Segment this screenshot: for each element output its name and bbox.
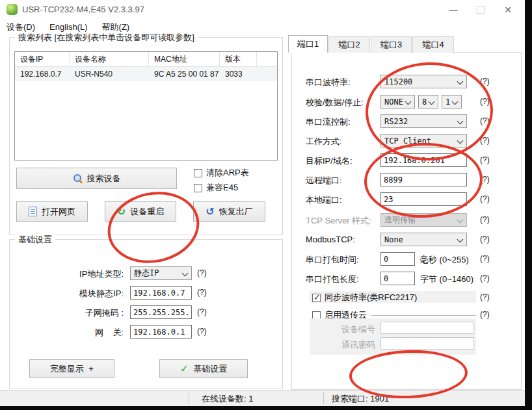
baud-rate-label: 串口波特率: [306,77,351,88]
work-mode-label: 工作方式: [306,136,342,147]
basic-settings-apply-button[interactable]: 基础设置 [159,359,248,378]
device-table-row[interactable]: 192.168.0.7 USR-N540 9C A5 25 00 01 87 3… [15,67,277,81]
device-table: 设备IP 设备名称 MAC地址 版本 192.168.0.7 USR-N540 … [14,51,278,160]
ip-type-value: 静态IP [134,268,159,279]
search-device-label: 搜索设备 [87,173,121,185]
menu-help[interactable]: 帮助(Z) [102,21,130,33]
chevron-down-icon [182,270,189,277]
tab-port1[interactable]: 端口1 [288,35,328,53]
work-mode-help[interactable]: (?) [480,136,490,145]
basic-settings-apply-label: 基础设置 [193,363,227,375]
ip-type-select[interactable]: 静态IP [130,266,192,280]
static-ip-help[interactable]: (?) [197,288,207,297]
dest-ip-label: 目标IP/域名: [306,155,352,167]
gateway-help[interactable]: (?) [197,327,207,336]
gateway-label: 网 关: [16,327,124,339]
cloud-settings-box: 设备编号 通讯密码 [310,318,476,355]
modbus-tcp-help[interactable]: (?) [480,235,490,244]
local-port-label: 本地端口: [306,194,342,206]
cloud-device-id-field[interactable] [380,322,474,334]
maximize-button[interactable] [470,0,492,19]
chevron-down-icon [429,99,435,105]
local-port-field[interactable] [380,192,467,206]
work-mode-value: TCP Client [384,136,431,146]
subnet-mask-label: 子网掩码 : [16,307,124,319]
cell-mac-address: 9C A5 25 00 01 87 [149,67,220,81]
cell-device-name: USR-N540 [70,67,149,81]
app-icon [7,4,18,15]
sync-baud-checkbox-box [312,294,321,302]
menu-english[interactable]: English(L) [49,22,88,32]
dest-ip-help[interactable]: (?) [480,155,490,164]
remote-port-field[interactable] [380,173,467,186]
pack-length-unit: 字节 (0~1460) [420,274,473,285]
flow-control-select[interactable]: RS232 [380,114,467,128]
restart-device-button[interactable]: 设备重启 [105,201,176,222]
data-bits-select[interactable]: 8 [418,95,438,109]
modbus-tcp-label: ModbusTCP: [306,235,355,244]
tcp-server-style-value: 透明传输 [384,214,416,225]
baud-rate-help[interactable]: (?) [480,77,490,86]
pack-time-field[interactable] [380,252,415,266]
col-device-ip: 设备IP [15,52,70,66]
tcp-server-style-select: 透明传输 [380,213,467,227]
parity-select[interactable]: NONE [380,95,415,109]
close-button[interactable]: ✕ [497,0,519,19]
tcp-server-style-help[interactable]: (?) [480,215,490,224]
cloud-password-field[interactable] [380,337,474,350]
search-icon [73,173,83,183]
factory-reset-button[interactable]: 恢复出厂 [193,201,265,222]
pack-length-field[interactable] [380,272,415,285]
gateway-field[interactable] [130,325,192,339]
flow-control-help[interactable]: (?) [480,116,490,125]
open-webpage-button[interactable]: 打开网页 [16,201,88,222]
full-display-button[interactable]: 完整显示 + [29,359,114,378]
tcp-server-style-label: TCP Server 样式: [306,215,371,227]
check-icon [180,364,189,374]
search-list-group: 搜索列表 [在搜索列表中单击设备即可读取参数] 设备IP 设备名称 MAC地址 … [9,37,283,235]
pack-time-help[interactable]: (?) [480,254,490,263]
close-icon: ✕ [504,5,512,15]
cloud-enable-help[interactable]: (?) [480,310,490,319]
static-ip-label: 模块静态IP: [16,288,124,300]
col-device-name: 设备名称 [70,52,149,66]
tab-port4[interactable]: 端口4 [412,36,454,53]
stop-bits-value: 1 [446,97,450,107]
sync-baud-label: 同步波特率(类RFC2217) [325,292,417,303]
local-port-help[interactable]: (?) [480,194,490,203]
basic-settings-group: 基础设置 IP地址类型: 静态IP (?) 模块静态IP: (?) 子网掩码 :… [9,239,283,389]
chevron-down-icon [452,99,459,105]
compat-e45-checkbox[interactable]: 兼容E45 [194,182,238,194]
stop-bits-select[interactable]: 1 [442,95,462,109]
cell-device-ip: 192.168.0.7 [15,67,70,81]
restart-device-label: 设备重启 [130,206,164,218]
window-title: USR-TCP232-M4,E45 V2.3.3.97 [22,5,144,14]
work-mode-select[interactable]: TCP Client [380,134,467,147]
sync-baud-help[interactable]: (?) [480,292,490,301]
subnet-mask-help[interactable]: (?) [197,307,207,316]
sync-baud-checkbox[interactable]: 同步波特率(类RFC2217) [312,292,417,303]
minimize-button[interactable]: — [442,0,464,19]
pack-length-help[interactable]: (?) [480,274,490,283]
static-ip-field[interactable] [130,286,192,300]
chevron-down-icon [405,99,412,105]
data-bits-value: 8 [422,97,427,107]
tab-port3[interactable]: 端口3 [371,36,412,53]
search-device-button[interactable]: 搜索设备 [16,168,177,189]
menu-device[interactable]: 设备(D) [7,21,35,33]
pack-length-label: 串口打包长度: [306,274,359,285]
baud-rate-select[interactable]: 115200 [380,75,467,88]
dest-ip-field[interactable] [380,153,467,167]
open-webpage-label: 打开网页 [42,206,75,218]
compat-e45-checkbox-box [194,184,202,192]
tab-port2[interactable]: 端口2 [328,36,370,53]
remote-port-help[interactable]: (?) [480,175,490,184]
chevron-down-icon [457,118,464,125]
full-display-label: 完整显示 + [50,363,94,375]
modbus-tcp-select[interactable]: None [380,233,467,246]
clear-arp-checkbox[interactable]: 清除ARP表 [194,167,249,179]
subnet-mask-field[interactable] [130,305,192,319]
cloud-device-id-label: 设备编号 [310,324,375,335]
parity-help[interactable]: (?) [480,97,490,106]
ip-type-help[interactable]: (?) [197,268,207,277]
